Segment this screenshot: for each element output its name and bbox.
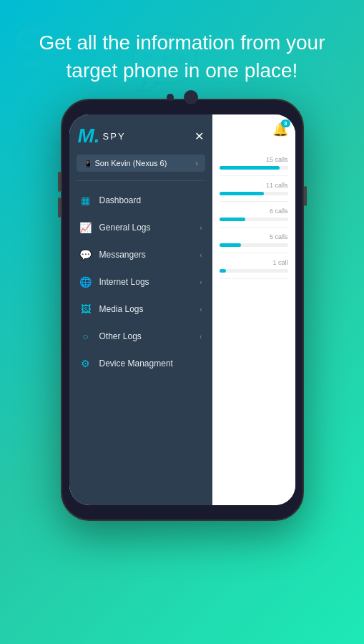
side-buttons-right <box>304 186 307 206</box>
notification-bell[interactable]: 🔔 3 <box>272 122 288 137</box>
sidebar-header: M. SPY ✕ <box>69 114 212 155</box>
general-logs-icon: 📈 <box>79 222 92 233</box>
chart-bar-container <box>220 218 288 221</box>
logo-m: M. <box>78 126 100 146</box>
menu-item-left-dashboard: ▦ Dashboard <box>79 195 142 206</box>
chart-bar <box>220 243 242 247</box>
internet-logs-icon: 🌐 <box>79 276 92 288</box>
menu-item-left-other-logs: ○ Other Logs <box>79 331 142 342</box>
chart-row: 6 calls <box>220 202 288 228</box>
media-logs-chevron-icon: ‹ <box>200 306 202 313</box>
device-selector[interactable]: 📱 Son Kevin (Nexus 6) › <box>77 155 205 172</box>
sidebar-item-dashboard[interactable]: ▦ Dashboard <box>69 187 212 214</box>
close-button[interactable]: ✕ <box>195 130 204 143</box>
chart-row: 5 calls <box>220 228 288 253</box>
media-logs-icon: 🖼 <box>79 303 92 315</box>
sidebar-item-messangers[interactable]: 💬 Messangers ‹ <box>69 241 212 268</box>
device-chevron-icon: › <box>195 160 197 167</box>
chart-row: 11 calls <box>220 176 288 202</box>
phone-screen: M. SPY ✕ 📱 Son Kevin (Nexus 6) › ▦ Dashb… <box>69 114 295 505</box>
menu-item-left-media-logs: 🖼 Media Logs <box>79 303 144 315</box>
messangers-label: Messangers <box>99 250 146 260</box>
chart-row: 1 call <box>220 253 288 279</box>
media-logs-label: Media Logs <box>99 304 144 314</box>
phone-top-bar <box>167 90 198 104</box>
chart-bar-container <box>220 243 288 247</box>
chart-bar <box>220 218 245 221</box>
speaker-dot <box>184 90 198 104</box>
power-btn[interactable] <box>304 186 307 206</box>
other-logs-label: Other Logs <box>99 331 142 341</box>
sidebar-item-media-logs[interactable]: 🖼 Media Logs ‹ <box>69 296 212 323</box>
chart-bar <box>220 192 264 195</box>
sidebar-item-general-logs[interactable]: 📈 General Logs ‹ <box>69 214 212 241</box>
chart-calls-label: 1 call <box>272 259 287 266</box>
chart-bar <box>220 166 280 170</box>
camera-dot <box>167 94 174 101</box>
menu-item-left-internet-logs: 🌐 Internet Logs <box>79 276 149 288</box>
dashboard-label: Dashboard <box>99 195 142 205</box>
notification-badge: 3 <box>281 119 290 127</box>
general-logs-chevron-icon: ‹ <box>200 224 202 232</box>
messangers-chevron-icon: ‹ <box>200 251 202 259</box>
menu-item-left-general-logs: 📈 General Logs <box>79 222 151 233</box>
dashboard-icon: ▦ <box>79 195 92 206</box>
chart-row: 15 calls <box>220 150 288 176</box>
sidebar: M. SPY ✕ 📱 Son Kevin (Nexus 6) › ▦ Dashb… <box>69 114 212 505</box>
sidebar-item-device-management[interactable]: ⚙ Device Managment <box>69 350 212 377</box>
device-icon: 📱 <box>84 160 92 167</box>
chart-calls-label: 11 calls <box>266 182 288 189</box>
menu-item-left-messangers: 💬 Messangers <box>79 249 146 260</box>
volume-down-btn[interactable] <box>58 197 61 218</box>
other-logs-icon: ○ <box>79 331 92 342</box>
chart-bar-container <box>220 269 288 273</box>
logo: M. SPY <box>78 126 126 146</box>
phone-device: M. SPY ✕ 📱 Son Kevin (Nexus 6) › ▦ Dashb… <box>61 99 304 521</box>
device-management-icon: ⚙ <box>79 358 92 369</box>
sidebar-divider <box>77 180 205 181</box>
chart-area: 15 calls11 calls6 calls5 calls1 call <box>212 114 295 286</box>
device-name: Son Kevin (Nexus 6) <box>95 159 167 167</box>
chart-calls-label: 5 calls <box>270 233 288 240</box>
device-management-label: Device Managment <box>99 358 173 369</box>
menu-item-left-device-management: ⚙ Device Managment <box>79 358 173 369</box>
chart-bar-container <box>220 192 288 195</box>
hero-text: Get all the information from your target… <box>0 0 364 99</box>
logo-spy: SPY <box>103 131 126 142</box>
internet-logs-label: Internet Logs <box>99 277 149 287</box>
internet-logs-chevron-icon: ‹ <box>200 278 202 286</box>
chart-calls-label: 15 calls <box>266 156 288 163</box>
chart-bar-container <box>220 166 288 170</box>
main-content: 🔔 3 15 calls11 calls6 calls5 calls1 call <box>212 114 295 505</box>
chart-calls-label: 6 calls <box>270 208 288 215</box>
side-buttons-left <box>58 172 61 218</box>
chart-bar <box>220 269 227 273</box>
sidebar-item-other-logs[interactable]: ○ Other Logs ‹ <box>69 323 212 350</box>
volume-up-btn[interactable] <box>58 172 61 192</box>
general-logs-label: General Logs <box>99 223 151 233</box>
other-logs-chevron-icon: ‹ <box>200 333 202 341</box>
sidebar-item-internet-logs[interactable]: 🌐 Internet Logs ‹ <box>69 268 212 296</box>
messangers-icon: 💬 <box>79 249 92 260</box>
device-selector-text: 📱 Son Kevin (Nexus 6) <box>84 159 167 167</box>
